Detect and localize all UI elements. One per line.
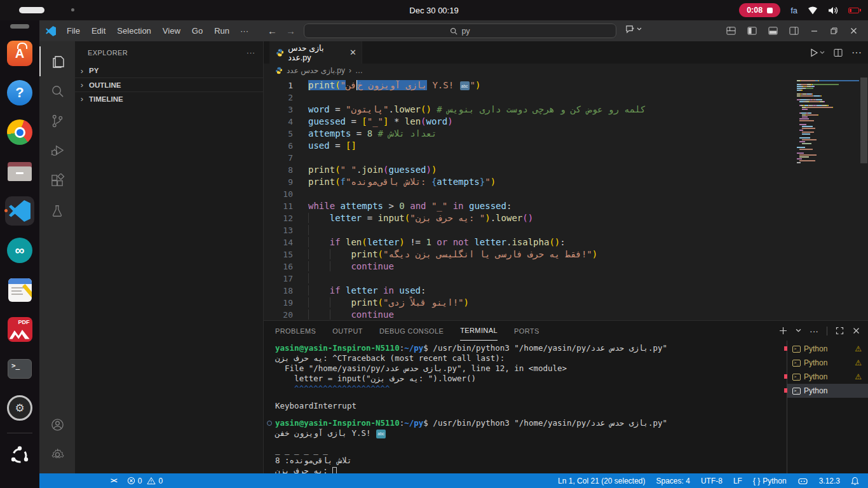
minimap[interactable] [797, 80, 859, 164]
code-line[interactable]: 10 [264, 188, 794, 200]
wifi-icon[interactable] [808, 6, 818, 15]
code-line[interactable]: 6used = [] [264, 140, 794, 152]
editor-scrollbar[interactable] [860, 78, 867, 163]
explorer-icon[interactable] [39, 46, 75, 76]
code-editor[interactable]: 1print("بازی آویزون خفن Y.S! abc")23word… [264, 78, 868, 320]
breadcrumb-more[interactable]: … [355, 66, 363, 75]
navigate-back-button[interactable]: ← [268, 25, 277, 36]
panel-tab-problems[interactable]: PROBLEMS [275, 321, 316, 341]
source-control-icon[interactable] [39, 106, 75, 136]
terminal-instance-python[interactable]: >_Python⚠ [787, 342, 868, 356]
code-line[interactable]: 1print("بازی آویزون خفن Y.S! abc") [264, 79, 794, 92]
code-line[interactable]: 5attempts = 8 # تعداد تلاش [264, 128, 794, 140]
menu-selection[interactable]: Selection [111, 24, 156, 38]
terminal-output[interactable]: yasin@yasin-Inspiron-N5110:~/py$ /usr/bi… [264, 341, 787, 473]
code-line[interactable]: 17 [264, 273, 794, 285]
editor-more-actions[interactable]: ··· [851, 47, 862, 58]
chrome-dock-icon[interactable] [5, 118, 34, 147]
minimize-window-icon[interactable] [810, 27, 818, 35]
keyboard-layout-indicator[interactable]: fa [790, 6, 797, 15]
sidebar-section-py[interactable]: ›PY [75, 64, 263, 78]
copilot-chat-button[interactable] [625, 25, 642, 34]
problems-indicator[interactable]: 0 0 [127, 477, 163, 485]
maximize-panel-icon[interactable] [836, 327, 844, 335]
copilot-icon[interactable] [797, 477, 808, 485]
run-python-file-button[interactable] [810, 48, 825, 57]
encoding-setting[interactable]: UTF-8 [701, 477, 722, 485]
code-line[interactable]: 9print(f"تلاش باقی‌مونده: {attempts}") [264, 176, 794, 188]
app-store-dock-icon[interactable]: A [5, 39, 34, 68]
command-center-search[interactable]: py [304, 24, 616, 38]
menu-go[interactable]: Go [186, 24, 208, 38]
close-panel-icon[interactable] [852, 327, 860, 335]
close-window-icon[interactable] [850, 27, 858, 35]
panel-tab-terminal[interactable]: TERMINAL [460, 321, 498, 341]
terminal-instance-python[interactable]: >_Python⚠ [787, 370, 868, 384]
toggle-primary-sidebar-icon[interactable] [747, 26, 757, 36]
eol-setting[interactable]: LF [733, 477, 742, 485]
indentation-setting[interactable]: Spaces: 4 [656, 477, 690, 485]
terminal-instance-python[interactable]: >_Python⚠ [787, 356, 868, 370]
run-dropdown-chevron-icon[interactable] [820, 51, 825, 55]
toggle-secondary-sidebar-icon[interactable] [789, 26, 799, 36]
code-line[interactable]: 16 continue [264, 261, 794, 273]
breadcrumb-file[interactable]: بازی حدس عدد.py [287, 66, 345, 75]
search-view-icon[interactable] [39, 76, 75, 106]
split-editor-icon[interactable] [834, 48, 843, 57]
sidebar-section-outline[interactable]: ›OUTLINE [75, 78, 263, 92]
screen-recording-indicator[interactable]: 0:08 [739, 3, 780, 17]
menu-view[interactable]: View [157, 24, 186, 38]
accounts-icon[interactable] [39, 410, 75, 440]
help-dock-icon[interactable]: ? [5, 78, 34, 107]
code-line[interactable]: 18 if letter in used: [264, 285, 794, 297]
vscode-dock-icon[interactable] [5, 196, 34, 226]
sidebar-section-timeline[interactable]: ›TIMELINE [75, 92, 263, 105]
extensions-icon[interactable] [39, 166, 75, 196]
code-line[interactable]: 13 [264, 224, 794, 236]
arduino-dock-icon[interactable]: ∞ [5, 236, 34, 265]
file-manager-dock-icon[interactable] [5, 157, 34, 186]
breadcrumb[interactable]: بازی حدس عدد.py › … [264, 64, 868, 78]
python-interpreter-version[interactable]: 3.12.3 [819, 477, 840, 485]
restore-window-icon[interactable] [830, 27, 838, 35]
settings-dock-icon[interactable]: ⚙ [5, 393, 34, 423]
code-line[interactable]: 12 letter = input("یه حرف بزن: ").lower(… [264, 212, 794, 224]
explorer-more-actions[interactable]: ··· [247, 49, 255, 57]
terminal-dock-icon[interactable]: >_ [5, 354, 34, 383]
code-line[interactable]: 3word = "پایتون".lower() # کلمه رو عوض ک… [264, 104, 794, 116]
menu-edit[interactable]: Edit [86, 24, 111, 38]
run-debug-icon[interactable] [39, 136, 75, 166]
terminal-instance-python[interactable]: >_Python [787, 384, 868, 398]
code-line[interactable]: 4guessed = ["_"] * len(word) [264, 116, 794, 128]
code-line[interactable]: 2 [264, 92, 794, 104]
tab-close-icon[interactable]: ✕ [349, 48, 356, 57]
ubuntu-dock-icon[interactable] [5, 441, 34, 470]
code-line[interactable]: 7 [264, 152, 794, 164]
volume-icon[interactable] [828, 6, 838, 15]
notifications-bell-icon[interactable] [851, 477, 859, 485]
code-line[interactable]: 14 if len(letter) != 1 or not letter.isa… [264, 236, 794, 248]
code-lines[interactable]: 1print("بازی آویزون خفن Y.S! abc")23word… [264, 79, 794, 320]
text-editor-dock-icon[interactable] [5, 275, 34, 304]
code-line[interactable]: 8print(" ".join(guessed)) [264, 164, 794, 176]
tab-bazi-hads-adad[interactable]: بازی حدس عدد.py ✕ [269, 41, 362, 64]
menu-file[interactable]: File [61, 24, 86, 38]
stop-recording-icon[interactable] [767, 8, 773, 13]
cursor-position[interactable]: Ln 1, Col 21 (20 selected) [558, 477, 645, 485]
panel-more-actions[interactable]: ··· [810, 326, 818, 336]
toggle-panel-icon[interactable] [768, 26, 778, 36]
menu-run[interactable]: Run [208, 24, 235, 38]
code-line[interactable]: 20 continue [264, 309, 794, 320]
pdf-editor-dock-icon[interactable]: PDF [5, 315, 34, 344]
language-mode[interactable]: { } Python [753, 477, 787, 485]
panel-tab-ports[interactable]: PORTS [514, 321, 539, 341]
menu-overflow[interactable]: ··· [235, 24, 254, 38]
new-terminal-icon[interactable] [779, 327, 787, 335]
panel-tab-output[interactable]: OUTPUT [332, 321, 363, 341]
battery-icon[interactable] [848, 8, 859, 13]
code-line[interactable]: 15 print("فقط یه حرف فارسی یا انگلیسی بز… [264, 248, 794, 261]
customize-layout-icon[interactable] [726, 26, 736, 36]
remote-indicator[interactable]: >< [111, 477, 117, 484]
testing-icon[interactable] [39, 196, 75, 226]
system-clock[interactable]: Dec 30 00:19 [0, 6, 868, 15]
